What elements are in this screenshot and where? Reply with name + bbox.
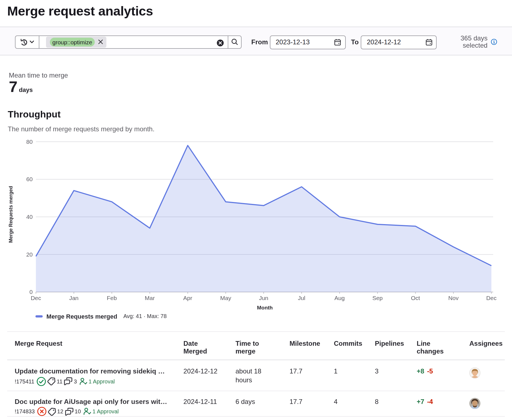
svg-text:Oct: Oct <box>411 295 420 301</box>
svg-text:Mar: Mar <box>145 295 155 301</box>
svg-text:Jul: Jul <box>298 295 305 301</box>
svg-text:May: May <box>220 295 231 301</box>
svg-text:60: 60 <box>26 176 33 182</box>
svg-text:Jun: Jun <box>259 295 268 301</box>
svg-text:Dec: Dec <box>31 295 41 301</box>
svg-text:Aug: Aug <box>334 295 345 301</box>
svg-text:Merge Requests merged: Merge Requests merged <box>8 186 14 243</box>
svg-text:Month: Month <box>257 305 273 311</box>
svg-text:Sep: Sep <box>372 295 383 301</box>
svg-text:Jan: Jan <box>69 295 79 301</box>
svg-text:0: 0 <box>29 289 33 295</box>
svg-text:20: 20 <box>26 251 33 258</box>
svg-text:Feb: Feb <box>107 295 117 301</box>
svg-text:80: 80 <box>26 139 33 145</box>
svg-text:Apr: Apr <box>183 295 192 301</box>
svg-text:Nov: Nov <box>448 295 459 301</box>
svg-text:Dec: Dec <box>486 295 496 301</box>
svg-text:40: 40 <box>26 214 33 220</box>
